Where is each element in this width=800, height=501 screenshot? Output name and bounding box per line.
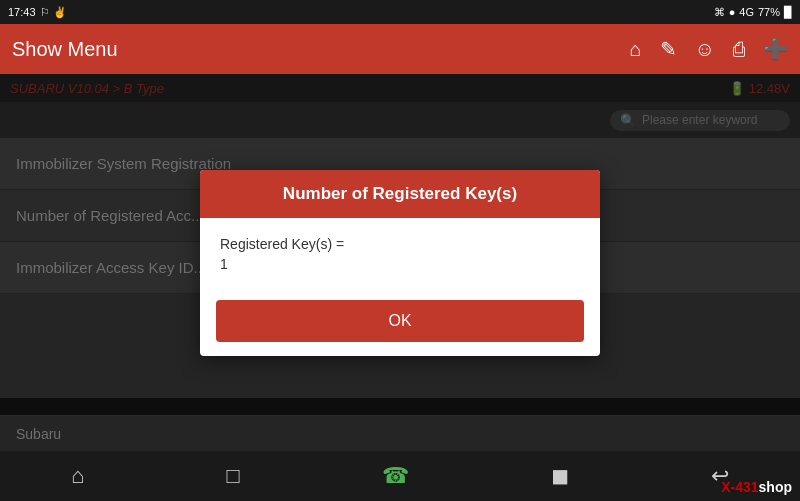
nav-camera-icon[interactable]: ☎ xyxy=(382,463,409,489)
modal-line2: 1 xyxy=(220,256,580,272)
modal-body: Registered Key(s) = 1 xyxy=(200,218,600,290)
status-indicators: ⌘ ● 4G 77% ▉ xyxy=(714,6,792,19)
status-bar: 17:43 ⚐ ✌ ⌘ ● 4G 77% ▉ xyxy=(0,0,800,24)
modal-footer: OK xyxy=(200,290,600,356)
modal-header: Number of Registered Key(s) xyxy=(200,170,600,218)
modal-overlay: Number of Registered Key(s) Registered K… xyxy=(0,74,800,451)
time-display: 17:43 xyxy=(8,6,36,18)
modal-dialog: Number of Registered Key(s) Registered K… xyxy=(200,170,600,356)
print-icon[interactable]: ⎙ xyxy=(733,38,745,61)
modal-title: Number of Registered Key(s) xyxy=(283,184,517,203)
location-icon: ● xyxy=(729,6,736,18)
status-time: 17:43 ⚐ ✌ xyxy=(8,6,67,19)
user-icon[interactable]: ☺ xyxy=(695,38,715,61)
battery-icon: ▉ xyxy=(784,6,792,19)
edit-icon[interactable]: ✎ xyxy=(660,37,677,61)
header: Show Menu ⌂ ✎ ☺ ⎙ ➕ xyxy=(0,24,800,74)
modal-line1: Registered Key(s) = xyxy=(220,236,580,252)
wifi-icon: ⌘ xyxy=(714,6,725,19)
signal-label: 4G xyxy=(739,6,754,18)
ok-button[interactable]: OK xyxy=(216,300,584,342)
watermark: X-431shop xyxy=(721,479,792,495)
nav-home-icon[interactable]: ⌂ xyxy=(71,463,84,489)
add-icon[interactable]: ➕ xyxy=(763,37,788,61)
nav-square-icon[interactable]: □ xyxy=(226,463,239,489)
battery-label: 77% xyxy=(758,6,780,18)
nav-image-icon[interactable]: ◼ xyxy=(551,463,569,489)
status-icons: ⚐ ✌ xyxy=(40,6,67,19)
nav-bar: ⌂ □ ☎ ◼ ↩ xyxy=(0,451,800,501)
header-title: Show Menu xyxy=(12,38,118,61)
header-actions: ⌂ ✎ ☺ ⎙ ➕ xyxy=(629,37,788,61)
watermark-suffix: shop xyxy=(759,479,792,495)
watermark-prefix: X-431 xyxy=(721,479,758,495)
home-icon[interactable]: ⌂ xyxy=(629,38,641,61)
